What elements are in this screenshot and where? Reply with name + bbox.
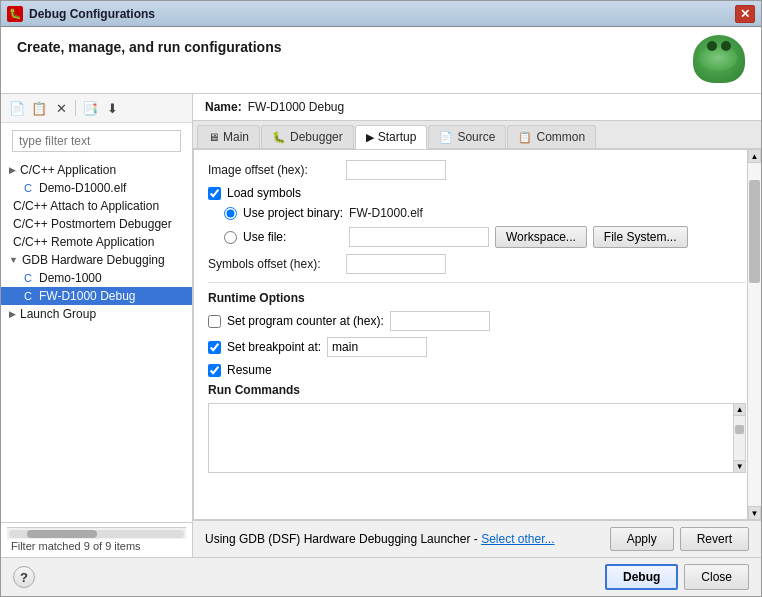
scrollbar-thumb: [27, 530, 97, 538]
symbols-offset-input[interactable]: [346, 254, 446, 274]
duplicate-button[interactable]: 📋: [29, 98, 49, 118]
close-button[interactable]: Close: [684, 564, 749, 590]
config-icon: C: [21, 290, 35, 302]
tabs-bar: 🖥 Main 🐛 Debugger ▶ Startup 📄 Source 📋: [193, 121, 761, 149]
tab-common[interactable]: 📋 Common: [507, 125, 596, 148]
breakpoint-input[interactable]: [327, 337, 427, 357]
right-scrollbar: ▲ ▼: [747, 149, 761, 520]
breakpoint-row: Set breakpoint at:: [208, 337, 746, 357]
tree-label: Demo-D1000.elf: [39, 181, 126, 195]
workspace-button[interactable]: Workspace...: [495, 226, 587, 248]
use-file-input[interactable]: [349, 227, 489, 247]
scroll-up-btn[interactable]: ▲: [734, 404, 745, 416]
main-content: 📄 📋 ✕ 📑 ⬇ ▶ C/C++ Application C Demo: [1, 94, 761, 557]
horizontal-scrollbar[interactable]: [7, 527, 186, 539]
program-counter-checkbox[interactable]: [208, 315, 221, 328]
tree-item-cpp-application[interactable]: ▶ C/C++ Application: [1, 161, 192, 179]
resume-checkbox[interactable]: [208, 364, 221, 377]
load-symbols-row: Load symbols: [208, 186, 746, 200]
run-commands-textarea[interactable]: [208, 403, 734, 473]
bottom-bar-text-group: Using GDB (DSF) Hardware Debugging Launc…: [205, 532, 555, 546]
tree-arrow: ▼: [9, 255, 18, 265]
scroll-up-button[interactable]: ▲: [748, 149, 761, 163]
tree-item-remote[interactable]: C/C++ Remote Application: [1, 233, 192, 251]
bottom-bar: Using GDB (DSF) Hardware Debugging Launc…: [193, 520, 761, 557]
filter-container: [1, 123, 192, 159]
tree-label: GDB Hardware Debugging: [22, 253, 165, 267]
scroll-thumb: [735, 425, 744, 434]
left-panel: 📄 📋 ✕ 📑 ⬇ ▶ C/C++ Application C Demo: [1, 94, 193, 557]
footer-buttons: Debug Close: [605, 564, 749, 590]
delete-button[interactable]: ✕: [51, 98, 71, 118]
tree-label: Demo-1000: [39, 271, 102, 285]
new-config-button[interactable]: 📄: [7, 98, 27, 118]
left-toolbar: 📄 📋 ✕ 📑 ⬇: [1, 94, 192, 123]
tab-source[interactable]: 📄 Source: [428, 125, 506, 148]
scroll-down-btn[interactable]: ▼: [734, 460, 745, 472]
tree-label: C/C++ Postmortem Debugger: [13, 217, 172, 231]
tab-startup[interactable]: ▶ Startup: [355, 125, 428, 149]
right-panel: Name: FW-D1000 Debug 🖥 Main 🐛 Debugger ▶…: [193, 94, 761, 557]
tree-item-launch-group[interactable]: ▶ Launch Group: [1, 305, 192, 323]
tab-source-label: Source: [457, 130, 495, 144]
revert-button[interactable]: Revert: [680, 527, 749, 551]
use-project-binary-row: Use project binary: FW-D1000.elf: [224, 206, 746, 220]
tree-label: FW-D1000 Debug: [39, 289, 136, 303]
run-commands-title: Run Commands: [208, 383, 746, 397]
apply-button[interactable]: Apply: [610, 527, 674, 551]
image-offset-input[interactable]: [346, 160, 446, 180]
tab-debugger[interactable]: 🐛 Debugger: [261, 125, 354, 148]
symbols-offset-row: Symbols offset (hex):: [208, 254, 746, 274]
load-symbols-checkbox[interactable]: [208, 187, 221, 200]
use-project-binary-label: Use project binary:: [243, 206, 343, 220]
tree-arrow: ▶: [9, 309, 16, 319]
scroll-down-button[interactable]: ▼: [748, 506, 761, 520]
image-offset-label: Image offset (hex):: [208, 163, 338, 177]
debugger-tab-icon: 🐛: [272, 131, 286, 144]
tab-common-label: Common: [536, 130, 585, 144]
breakpoint-label: Set breakpoint at:: [227, 340, 321, 354]
window-close-button[interactable]: ✕: [735, 5, 755, 23]
tree-item-demo1000[interactable]: C Demo-1000: [1, 269, 192, 287]
content-wrapper: Image offset (hex): Load symbols Use pro…: [193, 149, 761, 520]
bottom-bar-buttons: Apply Revert: [610, 527, 749, 551]
use-file-radio[interactable]: [224, 231, 237, 244]
help-button[interactable]: ?: [13, 566, 35, 588]
tree-item-postmortem[interactable]: C/C++ Postmortem Debugger: [1, 215, 192, 233]
collapse-button[interactable]: 📑: [80, 98, 100, 118]
name-bar: Name: FW-D1000 Debug: [193, 94, 761, 121]
scroll-track: [734, 416, 745, 460]
runtime-title: Runtime Options: [208, 291, 746, 305]
use-project-binary-radio[interactable]: [224, 207, 237, 220]
load-symbols-label: Load symbols: [227, 186, 301, 200]
program-counter-label: Set program counter at (hex):: [227, 314, 384, 328]
launcher-text: Using GDB (DSF) Hardware Debugging Launc…: [205, 532, 478, 546]
scrollbar-thumb: [749, 180, 760, 283]
tree-label: C/C++ Attach to Application: [13, 199, 159, 213]
main-window: 🐛 Debug Configurations ✕ Create, manage,…: [0, 0, 762, 597]
config-icon: C: [21, 272, 35, 284]
source-tab-icon: 📄: [439, 131, 453, 144]
tab-main[interactable]: 🖥 Main: [197, 125, 260, 148]
run-commands-section: Run Commands ▲ ▼: [208, 383, 746, 473]
tree-label: C/C++ Application: [20, 163, 116, 177]
tree-item-gdb[interactable]: ▼ GDB Hardware Debugging: [1, 251, 192, 269]
config-icon: C: [21, 182, 35, 194]
filter-input[interactable]: [12, 130, 181, 152]
tree-item-fw-d1000[interactable]: C FW-D1000 Debug: [1, 287, 192, 305]
select-other-link[interactable]: Select other...: [481, 532, 554, 546]
tree-item-attach[interactable]: C/C++ Attach to Application: [1, 197, 192, 215]
tree-item-demo-d1000[interactable]: C Demo-D1000.elf: [1, 179, 192, 197]
program-counter-input[interactable]: [390, 311, 490, 331]
toolbar-separator: [75, 100, 76, 116]
main-tab-icon: 🖥: [208, 131, 219, 143]
debug-button[interactable]: Debug: [605, 564, 678, 590]
tree-label: Launch Group: [20, 307, 96, 321]
scrollbar-track: [9, 530, 184, 538]
filesystem-button[interactable]: File System...: [593, 226, 688, 248]
bug-icon: [693, 35, 745, 83]
symbols-offset-label: Symbols offset (hex):: [208, 257, 338, 271]
filter-button[interactable]: ⬇: [102, 98, 122, 118]
breakpoint-checkbox[interactable]: [208, 341, 221, 354]
separator1: [208, 282, 746, 283]
